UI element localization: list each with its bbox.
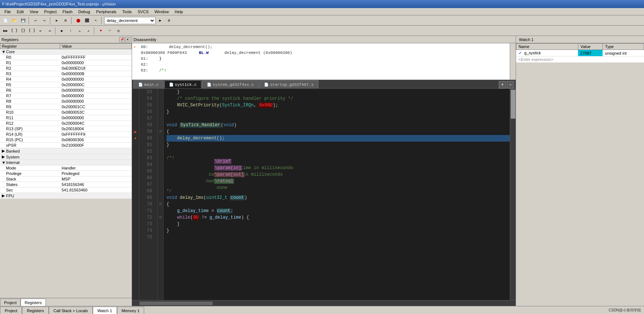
reg-val-mode: Handler [60, 165, 132, 171]
code-line-60[interactable]: delay_decrement(); [167, 135, 510, 142]
menu-window[interactable]: Window [151, 9, 172, 15]
menu-tools[interactable]: Tools [120, 9, 135, 15]
t2-disable-btn[interactable]: ◎ [114, 27, 122, 35]
fold-59[interactable]: ⊟ [158, 128, 163, 135]
code-line-69[interactable]: void delay_1ms(uint32_t count) [167, 194, 510, 201]
menu-help[interactable]: Help [172, 9, 186, 15]
menu-svcs[interactable]: SVCS [135, 9, 151, 15]
code-line-54[interactable]: /* configure the systick handler priorit… [167, 95, 510, 102]
status-tab-watch1[interactable]: Watch 1 [93, 307, 117, 314]
code-line-59[interactable]: { [167, 128, 510, 135]
close-button[interactable]: ✕ [125, 37, 130, 42]
status-tab-project[interactable]: Project [0, 307, 22, 314]
fold-70[interactable]: ⊟ [158, 201, 163, 208]
code-line-53[interactable]: } [167, 89, 510, 95]
t2-btn1[interactable]: ▶▶ [1, 27, 10, 35]
watch-expr-input[interactable]: <Enter expression> [516, 56, 578, 63]
code-line-74[interactable]: } [167, 227, 510, 234]
code-hscroll[interactable] [132, 300, 516, 306]
fold-72[interactable]: ⊟ [158, 214, 163, 221]
build-btn[interactable]: ▶ [53, 17, 61, 25]
marker-72 [132, 214, 139, 221]
save-btn[interactable]: 💾 [19, 17, 27, 25]
group-banked[interactable]: ▶ Banked [0, 148, 132, 154]
project-tab[interactable]: Project [0, 299, 21, 306]
hscroll-thumb[interactable] [139, 302, 213, 305]
group-internal[interactable]: ▼ Internal [0, 160, 132, 165]
code-line-55[interactable]: NVIC_SetPriority(SysTick_IRQn, 0x00U); [167, 102, 510, 109]
menu-flash[interactable]: Flash [60, 9, 76, 15]
sep1 [29, 17, 30, 24]
rebuild-btn[interactable]: ⚙ [62, 17, 70, 25]
menu-project[interactable]: Project [41, 9, 59, 15]
code-line-58[interactable]: void SysTick_Handler(void) [167, 122, 510, 128]
open-btn[interactable]: 📂 [10, 17, 18, 25]
expand-internal[interactable]: ▼ [2, 160, 6, 165]
expand-banked[interactable]: ▶ [2, 149, 6, 153]
t2-bp-btn[interactable]: ● [97, 27, 105, 35]
t2-step2-btn[interactable]: ↘ [76, 27, 84, 35]
code-vscroll[interactable] [510, 89, 516, 300]
t2-btn2[interactable]: { } [10, 27, 18, 35]
pin-button[interactable]: 📌 [119, 37, 124, 42]
t2-clear-btn[interactable]: ○ [106, 27, 114, 35]
tab-dropdown-btn[interactable]: ▼ [499, 81, 506, 88]
line72-content: while(0U != g_delay_time) { [167, 214, 249, 221]
code-line-72[interactable]: while(0U != g_delay_time) { [167, 214, 510, 221]
registers-tab[interactable]: Registers [21, 299, 45, 306]
tab-system-c[interactable]: 📄 system_gd32f4xx.c [202, 80, 259, 88]
stop-btn[interactable]: ⬛ [83, 17, 91, 25]
marker-53 [132, 89, 139, 95]
new-file-btn[interactable]: 📄 [1, 17, 10, 25]
watch-row-expr[interactable]: <Enter expression> [516, 56, 644, 63]
group-system[interactable]: ▶ System [0, 154, 132, 160]
tab-systick-c[interactable]: 📄 systick.c [164, 80, 201, 88]
step-over-btn[interactable]: ↷ [92, 17, 100, 25]
function-combo[interactable]: delay_decrement [104, 17, 155, 24]
t2-run-btn[interactable]: ▶ [58, 27, 66, 35]
menu-peripherals[interactable]: Peripherals [93, 9, 120, 15]
code-line-67[interactable]: \retval none [167, 181, 510, 188]
fold-67 [158, 181, 163, 188]
menu-view[interactable]: View [27, 9, 41, 15]
function-go-btn[interactable]: ▶ [156, 17, 164, 25]
debug-btn[interactable]: ⬤ [74, 17, 82, 25]
code-hscroll-row [132, 300, 516, 306]
code-line-70[interactable]: { [167, 201, 510, 208]
settings-btn[interactable]: ⚙ [165, 17, 173, 25]
code-line-71[interactable]: g_delay_time = count; [167, 208, 510, 214]
group-core[interactable]: ▼ Core [0, 49, 132, 55]
tab-startup-s[interactable]: 📄 startup_gd32f407.s [259, 80, 318, 88]
status-tab-callstack[interactable]: Call Stack + Locals [49, 307, 93, 314]
expand-core[interactable]: ▼ [2, 50, 6, 54]
status-tab-registers[interactable]: Registers [22, 307, 48, 314]
status-tab-memory1[interactable]: Memory 1 [117, 307, 144, 314]
t2-btn5[interactable]: ⇤ [37, 27, 45, 35]
code-line-73[interactable]: } [167, 221, 510, 227]
reg-name-xPSR: xPSR [0, 143, 60, 148]
expand-fpu[interactable]: ▶ [2, 193, 6, 198]
disasm-vscroll[interactable] [510, 43, 516, 80]
vscroll-thumb[interactable] [511, 90, 516, 119]
t2-btn6[interactable]: ⇥ [45, 27, 54, 35]
disasm-line-3: 61: } [133, 56, 508, 62]
watch-type-1: unsigned int [603, 50, 644, 56]
t2-btn4[interactable]: { } [28, 27, 36, 35]
code-line-61[interactable]: } [167, 142, 510, 148]
code-line-57[interactable] [167, 115, 510, 122]
expand-system[interactable]: ▶ [2, 154, 6, 159]
menu-edit[interactable]: Edit [14, 9, 27, 15]
tab-close-btn[interactable]: ✕ [507, 81, 514, 88]
menu-debug[interactable]: Debug [76, 9, 93, 15]
t2-step3-btn[interactable]: ↗ [84, 27, 92, 35]
code-line-56[interactable]: } [167, 109, 510, 115]
t2-btn3[interactable]: {} [19, 27, 27, 35]
t2-step-btn[interactable]: ↓ [67, 27, 75, 35]
tab-main-c[interactable]: 📄 main.c [133, 80, 164, 88]
redo-btn[interactable]: ↪ [40, 17, 48, 25]
group-fpu[interactable]: ▶ FPU [0, 193, 132, 199]
undo-btn[interactable]: ↩ [32, 17, 40, 25]
code-editor: 📄 main.c 📄 systick.c 📄 system_gd32f4xx.c… [132, 80, 516, 306]
menu-file[interactable]: File [1, 9, 14, 15]
code-line-75[interactable] [167, 234, 510, 241]
